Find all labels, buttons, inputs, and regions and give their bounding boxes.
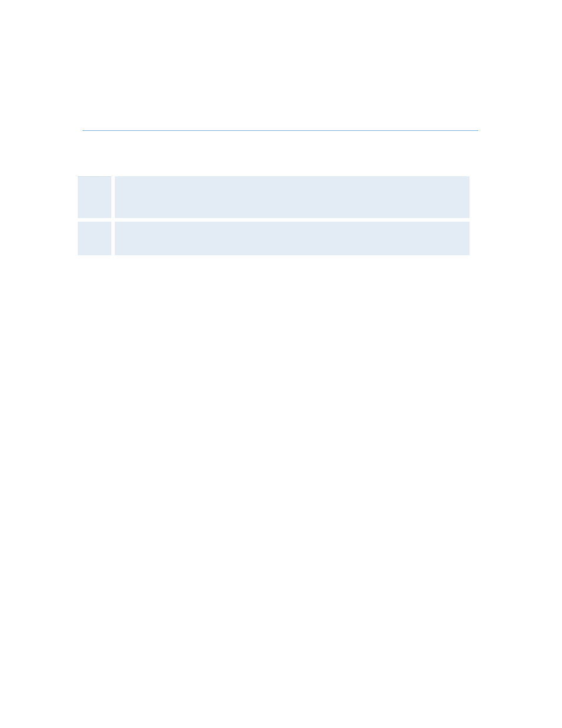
document-page: [0, 0, 562, 728]
horizontal-rule: [82, 130, 478, 131]
table-cell-left: [78, 176, 111, 218]
table-cell-right: [115, 222, 470, 255]
table-row: [78, 176, 470, 218]
table-cell-left: [78, 222, 111, 255]
table-row: [78, 222, 470, 255]
table-cell-right: [115, 176, 470, 218]
